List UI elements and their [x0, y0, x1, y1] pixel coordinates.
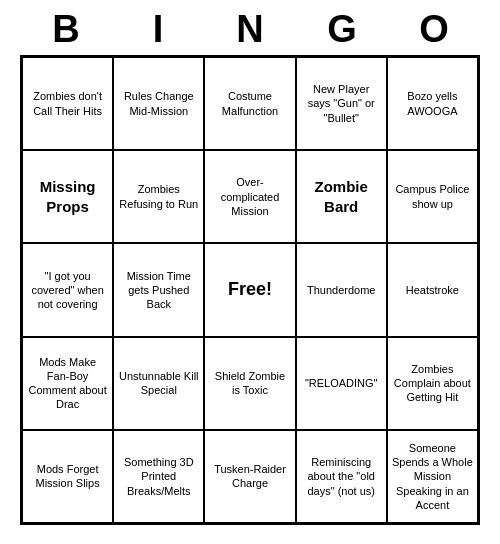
cell-r1-c1: Zombies Refusing to Run — [113, 150, 204, 243]
cell-r2-c2: Free! — [204, 243, 295, 336]
cell-r2-c1: Mission Time gets Pushed Back — [113, 243, 204, 336]
cell-r0-c4: Bozo yells AWOOGA — [387, 57, 478, 150]
cell-r3-c3: "RELOADING" — [296, 337, 387, 430]
cell-r3-c4: Zombies Complain about Getting Hit — [387, 337, 478, 430]
cell-r0-c2: Costume Malfunction — [204, 57, 295, 150]
cell-r2-c4: Heatstroke — [387, 243, 478, 336]
cell-r1-c2: Over-complicated Mission — [204, 150, 295, 243]
cell-r0-c3: New Player says "Gun" or "Bullet" — [296, 57, 387, 150]
cell-r4-c2: Tusken-Raider Charge — [204, 430, 295, 523]
cell-r1-c0: Missing Props — [22, 150, 113, 243]
cell-r1-c3: Zombie Bard — [296, 150, 387, 243]
cell-r4-c1: Something 3D Printed Breaks/Melts — [113, 430, 204, 523]
cell-r2-c3: Thunderdome — [296, 243, 387, 336]
bingo-letter-n: N — [208, 8, 292, 51]
cell-r1-c4: Campus Police show up — [387, 150, 478, 243]
bingo-letter-i: I — [116, 8, 200, 51]
cell-r0-c0: Zombies don't Call Their Hits — [22, 57, 113, 150]
cell-r4-c3: Reminiscing about the "old days" (not us… — [296, 430, 387, 523]
cell-r4-c0: Mods Forget Mission Slips — [22, 430, 113, 523]
bingo-letter-o: O — [392, 8, 476, 51]
cell-r2-c0: "I got you covered" when not covering — [22, 243, 113, 336]
cell-r3-c0: Mods Make Fan-Boy Comment about Drac — [22, 337, 113, 430]
cell-r4-c4: Someone Spends a Whole Mission Speaking … — [387, 430, 478, 523]
bingo-header: BINGO — [20, 0, 480, 55]
cell-r3-c1: Unstunnable Kill Special — [113, 337, 204, 430]
cell-r3-c2: Shield Zombie is Toxic — [204, 337, 295, 430]
bingo-grid: Zombies don't Call Their HitsRules Chang… — [20, 55, 480, 525]
bingo-letter-b: B — [24, 8, 108, 51]
cell-r0-c1: Rules Change Mid-Mission — [113, 57, 204, 150]
bingo-letter-g: G — [300, 8, 384, 51]
